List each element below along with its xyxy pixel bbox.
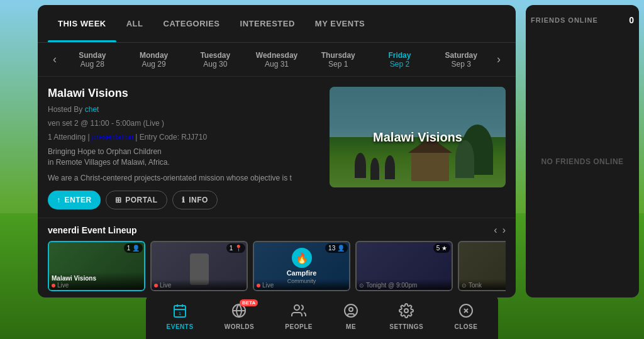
tab-categories[interactable]: CATEGORIES <box>153 5 230 42</box>
date-saturday[interactable]: Saturday Sep 3 <box>430 51 492 69</box>
event-host: Hosted By chet <box>48 105 319 114</box>
svg-text:1: 1 <box>179 311 182 316</box>
info-button[interactable]: ℹ INFO <box>172 191 218 209</box>
event-title: Malawi Visions <box>48 87 319 100</box>
close-icon <box>458 303 474 322</box>
date-next-btn[interactable]: › <box>492 50 506 69</box>
event-image: Malawi Visions <box>330 87 506 187</box>
taskbar-events-label: EVENTS <box>167 323 194 330</box>
event-details: Malawi Visions Hosted By chet ven set 2 … <box>48 87 319 208</box>
date-monday[interactable]: Monday Aug 29 <box>123 51 185 69</box>
event-desc2: We are a Christ-centered projects-orient… <box>48 173 319 184</box>
tab-navigation: THIS WEEK ALL CATEGORIES INTERESTED MY E… <box>38 5 516 43</box>
action-buttons: ↑ ENTER ⊞ PORTAL ℹ INFO <box>48 191 319 209</box>
taskbar-close-label: CLOSE <box>454 323 477 330</box>
taskbar-events[interactable]: 1 EVENTS <box>159 299 201 334</box>
people-icon <box>291 303 306 322</box>
taskbar-me[interactable]: ME <box>336 299 366 334</box>
date-tuesday[interactable]: Tuesday Aug 30 <box>184 51 246 69</box>
me-icon <box>343 303 358 322</box>
taskbar-worlds-label: WORLDS <box>225 323 254 330</box>
taskbar-settings-label: SETTINGS <box>389 323 423 330</box>
date-sunday[interactable]: Sunday Aug 28 <box>62 51 123 69</box>
svg-point-9 <box>349 308 353 311</box>
event-meta: ven set 2 @ 11:00 - 5:00am (Live ) <box>48 119 319 128</box>
lineup-prev-btn[interactable]: ‹ <box>494 225 497 236</box>
lineup-cards: 1 👤 Malawi Visions Live 1 📍 <box>48 241 506 291</box>
date-wednesday[interactable]: Wednesday Aug 31 <box>246 51 308 69</box>
lineup-card-4[interactable]: 5 ★ ⊙ Tonight @ 9:00pm <box>355 241 453 291</box>
lineup-nav: ‹ › <box>494 225 506 236</box>
lineup-title: venerdi Event Lineup <box>48 225 137 235</box>
lineup-next-btn[interactable]: › <box>502 225 506 236</box>
event-image-title: Malawi Visions <box>373 130 462 145</box>
event-desc1: Bringing Hope to Orphan Children in Remo… <box>48 147 319 168</box>
beta-badge: BETA <box>240 299 258 306</box>
taskbar: 1 EVENTS BETA WORLDS PEOPLE <box>146 294 498 339</box>
settings-icon <box>399 303 414 322</box>
tab-all[interactable]: ALL <box>116 5 153 42</box>
main-modal: THIS WEEK ALL CATEGORIES INTERESTED MY E… <box>38 5 516 297</box>
enter-button[interactable]: ↑ ENTER <box>48 191 101 209</box>
taskbar-worlds[interactable]: BETA WORLDS <box>217 299 262 334</box>
tab-my-events[interactable]: MY EVENTS <box>305 5 375 42</box>
friends-empty-msg: NO FRIENDS ONLINE <box>541 35 623 287</box>
content-area: Malawi Visions Hosted By chet ven set 2 … <box>38 77 516 218</box>
portal-icon: ⊞ <box>115 196 122 204</box>
event-attending: 1 Attending | presentation | Entry Code:… <box>48 133 319 142</box>
taskbar-people[interactable]: PEOPLE <box>277 299 320 334</box>
taskbar-people-label: PEOPLE <box>285 323 313 330</box>
friends-panel: FRIENDS ONLINE 0 NO FRIENDS ONLINE <box>526 5 639 297</box>
friends-title: FRIENDS ONLINE <box>531 16 598 24</box>
lineup-card-2[interactable]: 1 📍 Live <box>150 241 248 291</box>
svg-point-10 <box>404 309 408 313</box>
tab-this-week[interactable]: THIS WEEK <box>48 5 116 42</box>
lineup-section: venerdi Event Lineup ‹ › 1 👤 Malawi Visi… <box>38 218 516 297</box>
svg-point-7 <box>294 305 299 310</box>
info-icon: ℹ <box>182 196 186 204</box>
date-friday[interactable]: Friday Sep 2 <box>369 51 431 69</box>
taskbar-settings[interactable]: SETTINGS <box>382 299 431 334</box>
enter-icon: ↑ <box>57 196 61 204</box>
taskbar-close[interactable]: CLOSE <box>447 299 485 334</box>
friends-count: 0 <box>629 15 634 25</box>
lineup-header: venerdi Event Lineup ‹ › <box>48 225 506 236</box>
event-presentation-link[interactable]: presentation <box>92 133 133 142</box>
events-icon: 1 <box>172 303 187 322</box>
taskbar-me-label: ME <box>346 323 356 330</box>
date-prev-btn[interactable]: ‹ <box>48 50 62 69</box>
tab-interested[interactable]: INTERESTED <box>230 5 305 42</box>
lineup-card-3[interactable]: 13 👤 🔥 Campfire Community Live <box>253 241 350 291</box>
portal-button[interactable]: ⊞ PORTAL <box>106 191 167 209</box>
lineup-card-1[interactable]: 1 👤 Malawi Visions Live <box>48 241 145 291</box>
date-thursday[interactable]: Thursday Sep 1 <box>308 51 369 69</box>
event-host-link[interactable]: chet <box>85 105 99 114</box>
lineup-card-5[interactable]: ⊙ Tonk <box>458 241 506 291</box>
date-row: ‹ Sunday Aug 28 Monday Aug 29 Tuesday Au… <box>38 43 516 77</box>
